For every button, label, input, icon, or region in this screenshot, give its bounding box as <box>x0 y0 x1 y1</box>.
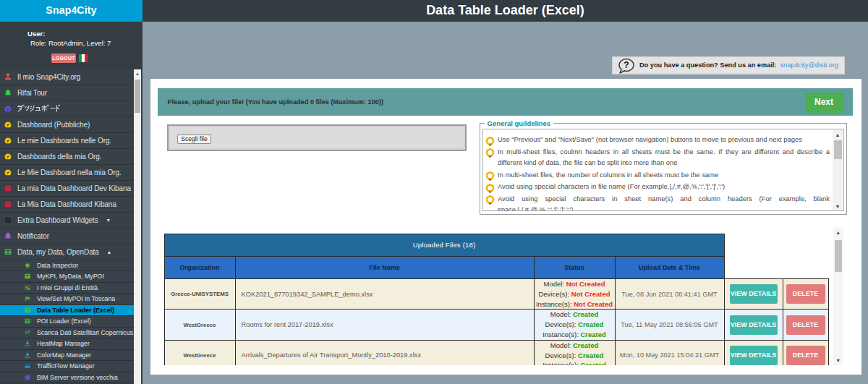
svg-text:?: ? <box>624 60 629 70</box>
